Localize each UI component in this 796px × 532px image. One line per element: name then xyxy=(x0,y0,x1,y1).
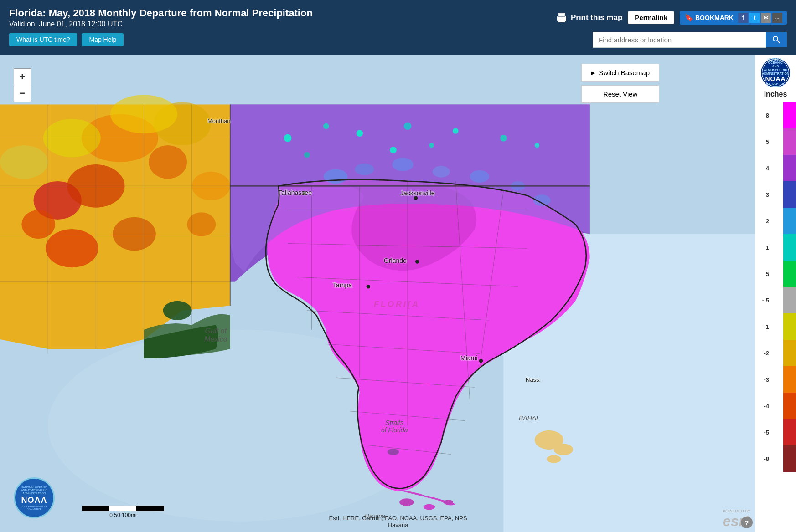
print-icon xyxy=(555,11,568,24)
map-svg xyxy=(0,55,796,532)
attribution: Esri, HERE, Garmin, FAO, NOAA, USGS, EPA… xyxy=(329,515,467,528)
legend-color-swatch xyxy=(783,128,796,155)
legend: NATIONAL OCEANICAND ATMOSPHERICADMINISTR… xyxy=(755,55,796,532)
legend-color-swatch xyxy=(783,313,796,340)
search-row: What is UTC time? Map Help xyxy=(9,32,787,48)
bookmark-area: 🔖 BOOKMARK f t ✉ ... xyxy=(680,11,787,25)
zoom-out-button[interactable]: − xyxy=(14,85,31,102)
legend-color-swatch xyxy=(783,393,796,419)
legend-item: -3— xyxy=(755,366,796,393)
svg-point-73 xyxy=(367,285,370,288)
svg-line-6 xyxy=(777,41,780,43)
bookmark-icon: 🔖 xyxy=(684,13,693,22)
map-help-button[interactable]: Map Help xyxy=(82,33,124,46)
legend-item: -8— xyxy=(755,445,796,472)
nav-buttons: What is UTC time? Map Help xyxy=(9,33,124,46)
legend-title: Inches xyxy=(764,90,787,98)
noaa-logo-bottom: NATIONAL OCEANICAND ATMOSPHERICADMINISTR… xyxy=(14,477,55,518)
social-icons: f t ✉ ... xyxy=(738,13,782,23)
svg-point-22 xyxy=(0,145,48,179)
legend-value-label: 8 xyxy=(755,112,771,119)
legend-value-label: -8 xyxy=(755,455,771,462)
noaa-text: NOAA xyxy=(21,496,47,505)
triangle-icon: ▶ xyxy=(591,70,595,76)
legend-color-swatch xyxy=(783,208,796,234)
legend-item: 5— xyxy=(755,128,796,155)
svg-point-35 xyxy=(453,128,459,134)
svg-point-68 xyxy=(554,444,573,455)
map-container: Jacksonville Tallahassee Tampa Orlando M… xyxy=(0,55,796,532)
header-controls: Print this map Permalink 🔖 BOOKMARK f t … xyxy=(555,11,787,25)
legend-item: -1— xyxy=(755,313,796,340)
legend-value-label: -.5 xyxy=(755,297,771,304)
legend-color-swatch xyxy=(783,340,796,366)
map-subtitle: Valid on: June 01, 2018 12:00 UTC xyxy=(9,20,313,28)
help-button[interactable]: ? xyxy=(741,517,753,528)
svg-point-71 xyxy=(414,196,418,200)
search-button[interactable] xyxy=(766,32,787,47)
print-button[interactable]: Print this map xyxy=(555,11,622,24)
legend-color-swatch xyxy=(783,102,796,128)
legend-color-swatch xyxy=(783,419,796,445)
noaa-legend-logo: NATIONAL OCEANICAND ATMOSPHERICADMINISTR… xyxy=(762,59,789,87)
svg-point-11 xyxy=(21,210,55,239)
svg-point-40 xyxy=(429,143,434,148)
legend-color-swatch xyxy=(783,155,796,181)
svg-point-36 xyxy=(500,135,507,142)
legend-value-label: -3 xyxy=(755,376,771,383)
legend-item: 2— xyxy=(755,208,796,234)
search-input[interactable] xyxy=(593,32,766,48)
svg-point-37 xyxy=(535,143,540,148)
reset-view-button[interactable]: Reset View xyxy=(581,85,659,103)
svg-point-32 xyxy=(323,123,329,129)
header-top: Florida: May, 2018 Monthly Departure fro… xyxy=(9,7,787,28)
svg-point-70 xyxy=(388,449,399,455)
legend-color-swatch xyxy=(783,181,796,208)
svg-point-33 xyxy=(356,130,363,137)
legend-item: 3— xyxy=(755,181,796,208)
legend-value-label: 5 xyxy=(755,138,771,145)
facebook-icon[interactable]: f xyxy=(738,13,748,23)
svg-point-74 xyxy=(415,260,419,263)
legend-value-label: 4 xyxy=(755,165,771,172)
legend-item: -.5— xyxy=(755,287,796,313)
legend-value-label: -2 xyxy=(755,350,771,357)
legend-color-swatch xyxy=(783,261,796,287)
bookmark-label[interactable]: BOOKMARK xyxy=(695,14,734,21)
utc-time-button[interactable]: What is UTC time? xyxy=(9,33,77,46)
legend-value-label: .5 xyxy=(755,271,771,277)
noaa-circle: NATIONAL OCEANICAND ATMOSPHERICADMINISTR… xyxy=(14,477,55,518)
legend-color-swatch xyxy=(783,287,796,313)
svg-point-69 xyxy=(547,455,561,463)
legend-item: 8— xyxy=(755,102,796,128)
legend-color-swatch xyxy=(783,445,796,472)
svg-point-72 xyxy=(303,191,306,195)
legend-color-swatch xyxy=(783,234,796,261)
svg-point-66 xyxy=(444,500,453,505)
legend-value-label: -1 xyxy=(755,323,771,330)
legend-item: -2— xyxy=(755,340,796,366)
legend-value-label: 3 xyxy=(755,191,771,198)
permalink-button[interactable]: Permalink xyxy=(628,11,674,24)
legend-item: -4— xyxy=(755,393,796,419)
svg-point-16 xyxy=(187,212,216,236)
legend-value-label: -5 xyxy=(755,429,771,436)
legend-color-swatch xyxy=(783,366,796,393)
svg-point-13 xyxy=(149,145,187,179)
email-icon[interactable]: ✉ xyxy=(761,13,771,23)
switch-basemap-button[interactable]: ▶ Switch Basemap xyxy=(581,64,659,82)
svg-point-23 xyxy=(163,301,192,320)
search-container xyxy=(593,32,787,48)
svg-point-5 xyxy=(773,36,778,41)
title-block: Florida: May, 2018 Monthly Departure fro… xyxy=(9,7,313,28)
scale-label: 0 50 100mi xyxy=(82,512,164,518)
more-icon[interactable]: ... xyxy=(772,13,782,23)
search-icon xyxy=(772,36,780,44)
legend-item: 1— xyxy=(755,234,796,261)
svg-rect-4 xyxy=(558,20,565,22)
twitter-icon[interactable]: t xyxy=(749,13,760,23)
svg-point-34 xyxy=(404,123,412,130)
svg-point-38 xyxy=(304,152,310,158)
svg-point-64 xyxy=(399,498,414,506)
zoom-in-button[interactable]: + xyxy=(14,69,31,85)
